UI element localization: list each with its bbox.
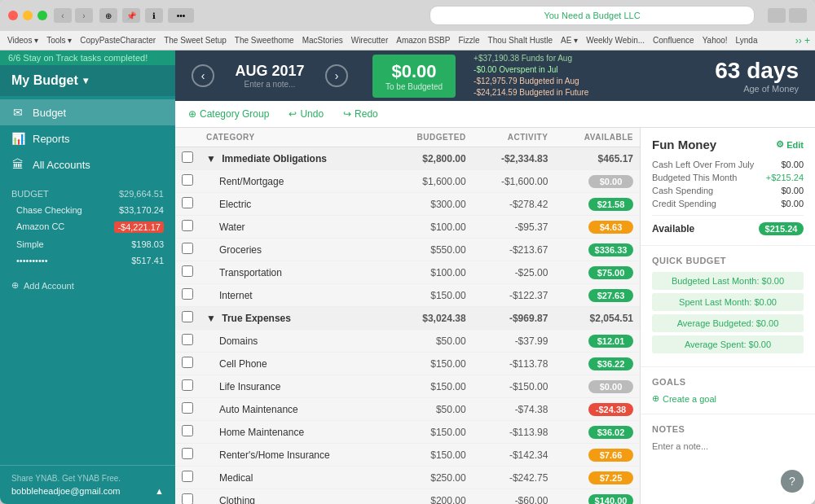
row-check-cell[interactable] — [175, 467, 200, 489]
toolbar-copypaste[interactable]: CopyPasteCharacter — [77, 36, 158, 45]
add-account-button[interactable]: ⊕ Add Account — [0, 274, 175, 297]
toolbar-ae[interactable]: AE ▾ — [558, 36, 580, 45]
row-checkbox[interactable] — [182, 174, 193, 186]
row-checkbox[interactable] — [182, 379, 193, 391]
table-row[interactable]: Cell Phone $150.00 -$113.78 $36.22 — [175, 353, 640, 375]
toolbar-confluence[interactable]: Confluence — [650, 36, 697, 45]
row-check-cell[interactable] — [175, 147, 200, 170]
row-check-cell[interactable] — [175, 353, 200, 375]
account-hidden[interactable]: •••••••••• $517.41 — [0, 252, 175, 269]
row-check-cell[interactable] — [175, 216, 200, 239]
account-simple[interactable]: Simple $198.03 — [0, 236, 175, 252]
minimize-button[interactable] — [23, 11, 33, 20]
toolbar-macstories[interactable]: MacStories — [300, 36, 346, 45]
row-checkbox[interactable] — [182, 471, 193, 482]
notes-input[interactable] — [652, 441, 804, 451]
budgeted-last-month-btn[interactable]: Budgeted Last Month: $0.00 — [652, 272, 804, 290]
next-month-button[interactable]: › — [325, 64, 348, 87]
table-row[interactable]: Groceries $550.00 -$213.67 $336.33 — [175, 239, 640, 261]
row-checkbox[interactable] — [182, 402, 193, 414]
row-check-cell[interactable] — [175, 421, 200, 444]
toolbar-wirecutter[interactable]: Wirecutter — [349, 36, 391, 45]
spent-last-month-btn[interactable]: Spent Last Month: $0.00 — [652, 293, 804, 311]
table-row[interactable]: Renter's/Home Insurance $150.00 -$142.34… — [175, 444, 640, 467]
help-button[interactable]: ? — [781, 470, 804, 493]
more-btn[interactable]: ••• — [168, 8, 194, 23]
category-group-button[interactable]: ⊕ Category Group — [183, 106, 274, 122]
redo-button[interactable]: ↪ Redo — [338, 106, 383, 122]
row-check-cell[interactable] — [175, 489, 200, 505]
row-check-cell[interactable] — [175, 284, 200, 307]
row-checkbox[interactable] — [182, 493, 193, 504]
average-spent-btn[interactable]: Average Spent: $0.00 — [652, 335, 804, 353]
forward-button[interactable]: › — [75, 8, 93, 23]
row-check-cell[interactable] — [175, 170, 200, 193]
row-checkbox[interactable] — [182, 288, 193, 300]
group-toggle-icon[interactable]: ▼ — [206, 313, 216, 324]
row-checkbox[interactable] — [182, 265, 193, 277]
info-icon[interactable]: ℹ — [145, 8, 163, 23]
budget-table-container[interactable]: CATEGORY BUDGETED ACTIVITY AVAILABLE ▼ I… — [175, 128, 640, 504]
table-row[interactable]: Transportation $100.00 -$25.00 $75.00 — [175, 261, 640, 284]
url-bar[interactable]: You Need a Budget LLC — [430, 6, 755, 25]
toolbar-sweetsetup[interactable]: The Sweet Setup — [161, 36, 229, 45]
row-check-cell[interactable] — [175, 239, 200, 261]
category-group-row[interactable]: ▼ Immediate Obligations $2,800.00 -$2,33… — [175, 147, 640, 170]
back-button[interactable]: ‹ — [54, 8, 72, 23]
table-row[interactable]: Medical $250.00 -$242.75 $7.25 — [175, 467, 640, 489]
row-check-cell[interactable] — [175, 398, 200, 421]
row-checkbox[interactable] — [182, 357, 193, 368]
toolbar-yahoo[interactable]: Yahoo! — [700, 36, 730, 45]
row-checkbox[interactable] — [182, 243, 193, 254]
month-note[interactable]: Enter a note... — [221, 80, 319, 89]
row-check-cell[interactable] — [175, 307, 200, 330]
row-checkbox[interactable] — [182, 197, 193, 208]
toolbar-sweethome[interactable]: The Sweethome — [232, 36, 297, 45]
toolbar-hustle[interactable]: Thou Shalt Hustle — [486, 36, 556, 45]
edit-button[interactable]: ⚙ Edit — [776, 139, 804, 150]
table-row[interactable]: Clothing $200.00 -$60.00 $140.00 — [175, 489, 640, 505]
table-row[interactable]: Internet $150.00 -$122.37 $27.63 — [175, 284, 640, 307]
row-check-cell[interactable] — [175, 261, 200, 284]
group-toggle-icon[interactable]: ▼ — [206, 153, 216, 164]
account-amazon[interactable]: Amazon CC -$4,221.17 — [0, 218, 175, 236]
prev-month-button[interactable]: ‹ — [192, 64, 214, 87]
row-checkbox[interactable] — [182, 425, 193, 436]
row-checkbox[interactable] — [182, 151, 193, 163]
average-budgeted-btn[interactable]: Average Budgeted: $0.00 — [652, 314, 804, 332]
toolbar-weekly[interactable]: Weekly Webin... — [584, 36, 647, 45]
user-email-row[interactable]: bobbleheadjoe@gmail.com ▲ — [11, 486, 164, 496]
category-group-row[interactable]: ▼ True Expenses $3,024.38 -$969.87 $2,05… — [175, 307, 640, 330]
close-button[interactable] — [8, 11, 18, 20]
toolbar-tools[interactable]: Tools ▾ — [44, 36, 74, 45]
window-controls[interactable] — [789, 8, 807, 23]
reload-button[interactable] — [768, 8, 786, 23]
maximize-button[interactable] — [37, 11, 47, 20]
table-row[interactable]: Auto Maintenance $50.00 -$74.38 -$24.38 — [175, 398, 640, 421]
bookmark-icon[interactable]: 📌 — [122, 8, 140, 23]
table-row[interactable]: Electric $300.00 -$278.42 $21.58 — [175, 193, 640, 216]
undo-button[interactable]: ↩ Undo — [284, 106, 328, 122]
toolbar-lynda[interactable]: Lynda — [734, 36, 760, 45]
table-row[interactable]: Life Insurance $150.00 -$150.00 $0.00 — [175, 375, 640, 398]
row-checkbox[interactable] — [182, 334, 193, 345]
sidebar-item-budget[interactable]: ✉ Budget — [0, 99, 175, 125]
row-checkbox[interactable] — [182, 220, 193, 231]
table-row[interactable]: Water $100.00 -$95.37 $4.63 — [175, 216, 640, 239]
toolbar-videos[interactable]: Videos ▾ — [5, 36, 41, 45]
sidebar-header[interactable]: My Budget ▾ — [0, 65, 175, 96]
toolbar-fizzle[interactable]: Fizzle — [456, 36, 482, 45]
row-checkbox[interactable] — [182, 311, 193, 322]
table-row[interactable]: Domains $50.00 -$37.99 $12.01 — [175, 330, 640, 353]
row-check-cell[interactable] — [175, 330, 200, 353]
row-check-cell[interactable] — [175, 444, 200, 467]
add-bookmark[interactable]: ›› + — [795, 35, 810, 46]
row-check-cell[interactable] — [175, 193, 200, 216]
row-check-cell[interactable] — [175, 375, 200, 398]
account-chase[interactable]: Chase Checking $33,170.24 — [0, 202, 175, 218]
table-row[interactable]: Home Maintenance $150.00 -$113.98 $36.02 — [175, 421, 640, 444]
row-checkbox[interactable] — [182, 448, 193, 459]
sidebar-item-accounts[interactable]: 🏛 All Accounts — [0, 151, 175, 177]
share-icon[interactable]: ⊕ — [99, 8, 117, 23]
create-goal-button[interactable]: ⊕ Create a goal — [652, 393, 804, 404]
